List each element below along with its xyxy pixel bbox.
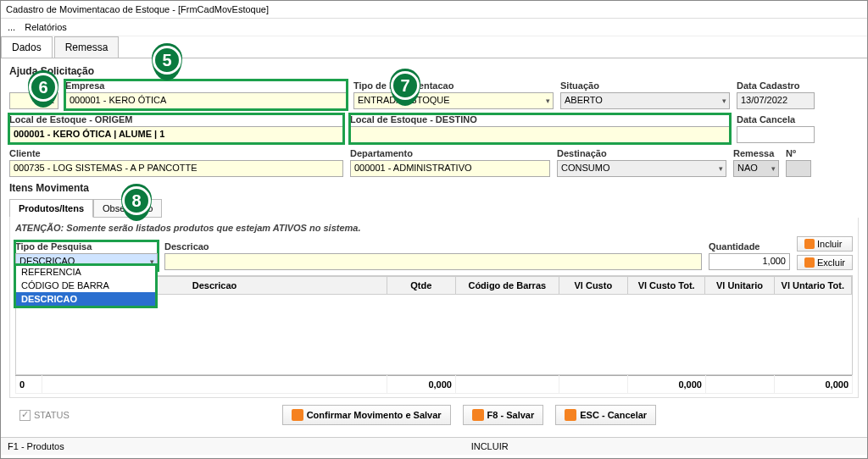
cancelar-button[interactable]: ESC - Cancelar: [555, 405, 656, 425]
descricao-input[interactable]: [164, 253, 702, 270]
tipo-mov-label: Tipo de Movimentacao: [353, 80, 554, 91]
confirmar-button[interactable]: Confirmar Movimento e Salvar: [282, 405, 451, 425]
save-icon: [472, 409, 484, 421]
statusbar-right: INCLUIR: [471, 441, 509, 451]
dropdown-option-referencia[interactable]: REFERENCIA: [16, 265, 155, 279]
dropdown-option-descricao[interactable]: DESCRICAO: [16, 292, 155, 306]
th-vl-unitario[interactable]: Vl Unitario: [705, 277, 774, 295]
menu-item-dots[interactable]: ...: [8, 22, 15, 32]
statusbar-left: F1 - Produtos: [8, 441, 64, 451]
salvar-button[interactable]: F8 - Salvar: [463, 405, 544, 425]
check-icon: [804, 239, 815, 249]
empresa-label: Empresa: [65, 80, 347, 91]
remessa-label: Remessa: [733, 148, 779, 158]
check-icon: [292, 409, 303, 421]
section-solicitacao: Ajuda Solicitação: [9, 65, 859, 77]
th-codigo-barras[interactable]: Código de Barras: [455, 277, 559, 295]
window-title: Cadastro de Movimentacao de Estoque - [F…: [1, 1, 867, 19]
chevron-down-icon: ▾: [546, 97, 550, 105]
tipo-pesquisa-dropdown[interactable]: REFERENCIA CÓDIGO DE BARRA DESCRICAO: [15, 265, 156, 307]
th-vl-custo[interactable]: Vl Custo: [559, 277, 627, 295]
data-cadastro-input: 13/07/2022: [737, 92, 815, 109]
chevron-down-icon: ▾: [722, 97, 726, 105]
status-checkbox[interactable]: STATUS: [9, 405, 80, 426]
local-destino-label: Local de Estoque - DESTINO: [350, 114, 730, 124]
th-vl-unitario-tot[interactable]: Vl Untario Tot.: [774, 277, 851, 295]
menu-item-relatorios[interactable]: Relatórios: [25, 22, 67, 32]
subtab-produtos[interactable]: Produtos/Itens: [9, 199, 93, 218]
tab-remessa[interactable]: Remessa: [54, 36, 120, 58]
th-qtde[interactable]: Qtde: [387, 277, 455, 295]
th-vl-custo-tot[interactable]: Vl Custo Tot.: [627, 277, 704, 295]
x-icon: [804, 257, 815, 268]
departamento-input[interactable]: 000001 - ADMINISTRATIVO: [350, 160, 550, 177]
destinacao-select[interactable]: CONSUMO: [557, 160, 726, 177]
cancel-icon: [565, 409, 576, 421]
quantidade-label: Quantidade: [709, 241, 790, 252]
warning-text: ATENÇÃO: Somente serão listados produtos…: [15, 221, 853, 236]
local-origem-input[interactable]: 000001 - KERO ÓTICA | ALUME | 1: [9, 126, 343, 143]
data-cadastro-label: Data Cadastro: [737, 80, 815, 91]
tipo-mov-select[interactable]: ENTRADA ESTOQUE: [353, 92, 554, 109]
statusbar: F1 - Produtos INCLUIR: [1, 437, 867, 455]
data-cancela-input[interactable]: [737, 126, 815, 143]
remessa-no-label: Nº: [786, 148, 811, 158]
tab-dados[interactable]: Dados: [1, 36, 53, 58]
situacao-label: Situação: [560, 80, 730, 91]
checkbox-icon: [19, 410, 31, 421]
menubar: ... Relatórios: [1, 19, 867, 36]
cliente-label: Cliente: [9, 148, 343, 158]
cliente-input[interactable]: 000735 - LOG SISTEMAS - A P PANCOTTE: [9, 160, 343, 177]
chevron-down-icon: ▾: [771, 164, 776, 173]
incluir-button[interactable]: Incluir: [797, 236, 853, 252]
totals-row: 0 0,000 0,000 0,000: [16, 376, 853, 394]
local-origem-label: Local de Estoque - ORIGEM: [9, 114, 343, 124]
descricao-label: Descricao: [164, 241, 702, 252]
situacao-select[interactable]: ABERTO: [560, 92, 730, 109]
local-destino-input[interactable]: [350, 126, 730, 143]
excluir-button[interactable]: Excluir: [797, 255, 853, 270]
empresa-input[interactable]: 000001 - KERO ÓTICA: [65, 92, 347, 109]
data-cancela-label: Data Cancela: [737, 114, 815, 124]
remessa-no-input: [786, 160, 811, 177]
departamento-label: Departamento: [350, 148, 550, 158]
main-tabs: Dados Remessa: [1, 36, 867, 58]
dropdown-option-codigo-barra[interactable]: CÓDIGO DE BARRA: [16, 279, 155, 292]
chevron-down-icon: ▾: [719, 164, 723, 173]
tipo-pesquisa-label: Tipo de Pesquisa: [15, 241, 158, 252]
destinacao-label: Destinação: [557, 148, 726, 158]
quantidade-input[interactable]: 1,000: [709, 253, 790, 270]
